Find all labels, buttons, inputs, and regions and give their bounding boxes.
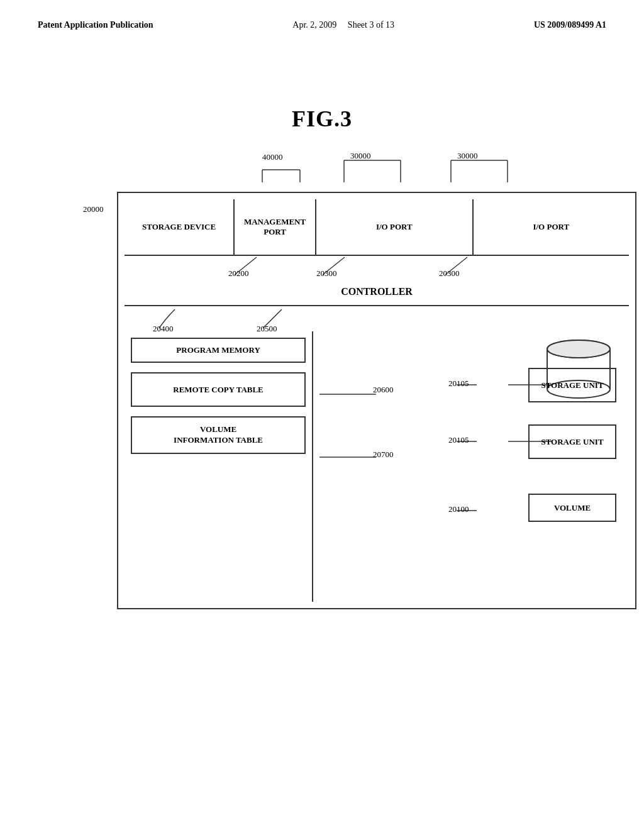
outer-box: STORAGE DEVICE MANAGEMENT PORT I/O PORT … [117,192,636,609]
controller-row: CONTROLLER [125,278,629,306]
remote-copy-table-box: REMOTE COPY TABLE [131,372,306,407]
top-section: STORAGE DEVICE MANAGEMENT PORT I/O PORT … [125,199,629,256]
header-center: Apr. 2, 2009 Sheet 3 of 13 [292,20,394,30]
label-20700: 20700 [373,450,394,460]
figure-title: FIG.3 [0,106,644,132]
program-memory-box: PROGRAM MEMORY [131,338,306,363]
io-port-cell-2: I/O PORT [474,199,629,255]
port-labels-row: 20200 20300 20300 [125,256,629,278]
label-20105-2: 20105 [448,435,469,445]
publication-label: Patent Application Publication [38,20,153,30]
bracket-svg [118,151,644,192]
bottom-section: PROGRAM MEMORY REMOTE COPY TABLE VOLUME … [125,331,629,602]
bracket-label-30000b: 30000 [457,151,478,161]
storage-device-cell: STORAGE DEVICE [125,199,235,255]
diagram-area: 40000 30000 30000 20000 STORAGE DEVICE M… [83,151,636,609]
label-20100: 20100 [448,504,469,514]
sheet-info: Sheet 3 of 13 [348,20,394,30]
label-20000: 20000 [83,204,104,214]
label-20300b: 20300 [439,268,460,279]
volume-info-table-box: VOLUME INFORMATION TABLE [131,416,306,454]
page-header: Patent Application Publication Apr. 2, 2… [0,0,644,30]
bracket-label-40000: 40000 [262,152,283,162]
storage-unit-2-box: STORAGE UNIT [528,424,616,459]
svg-point-20 [547,340,610,358]
label-20200: 20200 [228,268,249,279]
right-part: 20600 20700 [313,331,629,602]
publication-date: Apr. 2, 2009 [292,20,336,30]
bracket-label-30000a: 30000 [350,151,371,161]
sub-label-svg [125,306,644,331]
header-right: US 2009/089499 A1 [534,20,606,30]
storage-unit-1-box: STORAGE UNIT [528,368,616,402]
header-left: Patent Application Publication [38,20,153,30]
patent-number: US 2009/089499 A1 [534,20,606,30]
io-port-cell-1: I/O PORT [316,199,473,255]
label-20600: 20600 [373,385,394,395]
left-part: PROGRAM MEMORY REMOTE COPY TABLE VOLUME … [125,331,313,602]
label-20300a: 20300 [316,268,337,279]
port-label-svg [125,256,644,278]
label-20105-1: 20105 [448,379,469,389]
mgmt-port-cell: MANAGEMENT PORT [235,199,316,255]
volume-box: VOLUME [528,494,616,522]
sub-labels-row: 20400 20500 [125,306,629,331]
